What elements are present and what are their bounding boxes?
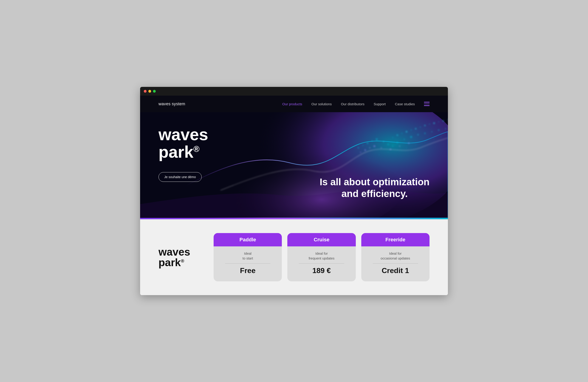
hamburger-line-2	[424, 104, 430, 104]
pricing-section: waves park® Paddle Idealto start Free Cr…	[140, 219, 448, 295]
tagline-line1: Is all about optimization	[320, 176, 430, 188]
pricing-card-freeride-title: Freeride	[385, 237, 405, 243]
browser-window: waves system Our products Our solutions …	[140, 87, 448, 295]
browser-chrome	[140, 87, 448, 96]
pricing-card-cruise-body: Ideal forfrequent updates 189 €	[287, 247, 356, 281]
pricing-card-paddle-body: Idealto start Free	[214, 247, 282, 281]
pricing-card-freeride-header: Freeride	[361, 233, 430, 247]
hero-title-line2: park®	[158, 143, 200, 161]
pricing-logo-line2: park®	[158, 256, 184, 269]
hamburger-line-1	[424, 102, 430, 103]
pricing-card-paddle-title: Paddle	[240, 237, 256, 243]
pricing-cards: Paddle Idealto start Free Cruise Ideal f…	[214, 233, 430, 281]
browser-expand-dot[interactable]	[153, 90, 156, 93]
browser-close-dot[interactable]	[144, 90, 147, 93]
pricing-card-cruise-title: Cruise	[314, 237, 329, 243]
demo-button[interactable]: Je souhaite une démo	[158, 172, 202, 182]
pricing-card-cruise-price: 189 €	[292, 266, 351, 275]
pricing-card-cruise-divider	[299, 263, 344, 264]
pricing-card-freeride-subtitle: Ideal foroccasional updates	[366, 251, 425, 261]
pricing-card-paddle-subtitle: Idealto start	[218, 251, 277, 261]
hero-tagline: Is all about optimization and efficiency…	[320, 176, 430, 200]
tagline-line2: and efficiency.	[320, 188, 430, 200]
hero-section: waves park® Je souhaite une démo Is all …	[140, 112, 448, 218]
pricing-card-cruise-header: Cruise	[287, 233, 356, 247]
site-logo[interactable]: waves system	[158, 102, 185, 106]
pricing-logo-line1: waves	[158, 246, 190, 258]
pricing-card-cruise[interactable]: Cruise Ideal forfrequent updates 189 €	[287, 233, 356, 281]
nav-our-distributors[interactable]: Our distributors	[341, 102, 364, 106]
nav-our-solutions[interactable]: Our solutions	[312, 102, 332, 106]
pricing-card-paddle-header: Paddle	[214, 233, 282, 247]
browser-minimize-dot[interactable]	[148, 90, 151, 93]
hero-title-line1: waves	[158, 125, 208, 144]
pricing-card-paddle-divider	[225, 263, 270, 264]
nav-links: Our products Our solutions Our distribut…	[282, 102, 430, 106]
nav-our-products[interactable]: Our products	[282, 102, 302, 106]
pricing-card-freeride[interactable]: Freeride Ideal foroccasional updates Cre…	[361, 233, 430, 281]
pricing-card-paddle-price: Free	[218, 266, 277, 275]
nav-case-studies[interactable]: Case studies	[395, 102, 415, 106]
pricing-card-freeride-divider	[373, 263, 418, 264]
hamburger-icon[interactable]	[424, 102, 430, 106]
pricing-card-cruise-subtitle: Ideal forfrequent updates	[292, 251, 351, 261]
pricing-card-freeride-body: Ideal foroccasional updates Credit 1	[361, 247, 430, 281]
nav-support[interactable]: Support	[374, 102, 386, 106]
pricing-logo: waves park®	[158, 247, 200, 268]
hero-title: waves park®	[158, 126, 430, 161]
pricing-card-paddle[interactable]: Paddle Idealto start Free	[214, 233, 282, 281]
hamburger-line-3	[424, 105, 430, 106]
navbar: waves system Our products Our solutions …	[140, 96, 448, 112]
pricing-card-freeride-price: Credit 1	[366, 266, 425, 275]
